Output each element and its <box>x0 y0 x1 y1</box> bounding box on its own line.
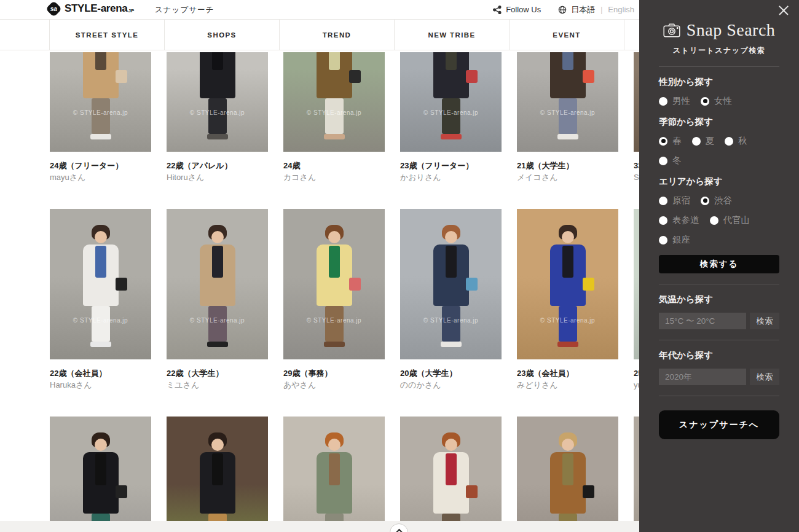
snap-photo[interactable]: © STYLE-arena.jp <box>517 52 618 152</box>
person-figure <box>283 52 385 152</box>
snap-photo[interactable]: © STYLE-arena.jp <box>167 417 268 532</box>
figure-legs <box>442 306 460 342</box>
photo-scene: © STYLE-arena.jp <box>167 52 268 152</box>
radio-option-男性[interactable]: 男性 <box>659 95 690 107</box>
year-input[interactable] <box>659 369 746 385</box>
snap-grid-row-3: © STYLE-arena.jp© STYLE-arena.jp© STYLE-… <box>50 417 735 532</box>
logo-suffix: JP <box>128 8 135 14</box>
snap-photo[interactable]: © STYLE-arena.jp <box>283 417 385 532</box>
photo-scene: © STYLE-arena.jp <box>167 417 268 532</box>
snap-photo[interactable]: © STYLE-arena.jp <box>167 209 268 359</box>
snap-caption: 20歳（大学生）ののかさん <box>400 367 502 391</box>
snap-card[interactable]: © STYLE-arena.jp <box>50 417 151 532</box>
snap-card[interactable]: © STYLE-arena.jp24歳カコさん <box>283 52 385 183</box>
snap-photo[interactable]: © STYLE-arena.jp <box>167 52 268 152</box>
figure-inner <box>95 453 106 485</box>
snap-caption: 22歳（大学生）ミユさん <box>167 367 268 391</box>
snap-card[interactable]: © STYLE-arena.jp <box>517 417 618 532</box>
snap-photo[interactable]: © STYLE-arena.jp <box>283 52 385 152</box>
language-en-link[interactable]: English <box>608 5 634 14</box>
follow-us-link[interactable]: Follow Us <box>493 5 541 14</box>
figure-head <box>211 439 224 451</box>
radio-option-銀座[interactable]: 銀座 <box>659 234 690 246</box>
snap-photo[interactable]: © STYLE-arena.jp <box>400 209 502 359</box>
snap-photo[interactable]: © STYLE-arena.jp <box>400 417 502 532</box>
photo-watermark: © STYLE-arena.jp <box>167 109 268 116</box>
radio-label: 代官山 <box>723 214 750 226</box>
panel-title: Snap Search <box>659 20 779 40</box>
photo-scene: © STYLE-arena.jp <box>50 417 151 532</box>
radio-option-原宿[interactable]: 原宿 <box>659 195 690 206</box>
snap-card[interactable]: © STYLE-arena.jp23歳（会社員）みどりさん <box>517 209 618 391</box>
snap-photo[interactable]: © STYLE-arena.jp <box>517 209 618 359</box>
figure-inner <box>212 52 223 70</box>
filter-sections: 性別から探す男性女性季節から探す春夏秋冬エリアから探す原宿渋谷表参道代官山銀座 <box>659 76 779 246</box>
radio-option-夏[interactable]: 夏 <box>692 135 715 147</box>
chevron-up-icon[interactable] <box>390 523 408 532</box>
year-search-button[interactable]: 検索 <box>750 369 779 385</box>
nav-tab-shops[interactable]: SHOPS <box>165 20 280 50</box>
figure-inner <box>329 246 340 278</box>
snap-caption: 24歳カコさん <box>283 160 385 183</box>
nav-tab-street-style[interactable]: STREET STYLE <box>50 20 165 50</box>
snap-photo[interactable]: © STYLE-arena.jp <box>50 52 151 152</box>
radio-option-秋[interactable]: 秋 <box>725 135 747 147</box>
snap-photo[interactable]: © STYLE-arena.jp <box>50 209 151 359</box>
radio-unselected-icon <box>659 97 667 106</box>
snap-card[interactable]: © STYLE-arena.jp24歳（フリーター）mayuさん <box>50 52 151 183</box>
radio-label: 銀座 <box>672 234 690 246</box>
snap-photo[interactable]: © STYLE-arena.jp <box>517 417 618 532</box>
snap-card[interactable]: © STYLE-arena.jp22歳（アパレル）Hitoruさん <box>167 52 268 183</box>
camera-icon <box>663 23 680 37</box>
radio-label: 男性 <box>672 95 690 107</box>
divider <box>659 396 779 396</box>
radio-option-女性[interactable]: 女性 <box>701 95 732 107</box>
snap-search-link-button[interactable]: スナップサーチへ <box>659 410 779 439</box>
caption-age: 21歳（大学生） <box>517 160 618 171</box>
snap-photo[interactable]: © STYLE-arena.jp <box>283 209 385 359</box>
figure-bag <box>583 485 594 498</box>
year-filter-heading: 年代から探す <box>659 350 779 361</box>
logo-text: STYLE-arena <box>65 2 128 15</box>
radio-option-表参道[interactable]: 表参道 <box>659 214 699 226</box>
caption-age: 22歳（アパレル） <box>167 160 268 171</box>
snap-photo[interactable]: © STYLE-arena.jp <box>50 417 151 532</box>
radio-option-渋谷[interactable]: 渋谷 <box>701 195 732 206</box>
snap-card[interactable]: © STYLE-arena.jp <box>167 417 268 532</box>
photo-scene: © STYLE-arena.jp <box>517 417 618 532</box>
radio-option-春[interactable]: 春 <box>659 135 682 147</box>
caption-name: Harukaさん <box>50 379 151 391</box>
person-figure <box>283 209 385 359</box>
site-logo[interactable]: sa STYLE-arena JP <box>48 2 134 15</box>
snap-card[interactable]: © STYLE-arena.jp23歳（フリーター）かおりさん <box>400 52 502 183</box>
person-figure <box>283 417 385 532</box>
snap-card[interactable]: © STYLE-arena.jp20歳（大学生）ののかさん <box>400 209 502 391</box>
snap-photo[interactable]: © STYLE-arena.jp <box>400 52 502 152</box>
caption-age: 24歳（フリーター） <box>50 160 151 171</box>
radio-label: 冬 <box>672 155 682 166</box>
figure-head <box>95 231 107 243</box>
language-ja-link[interactable]: 日本語 <box>558 4 595 15</box>
figure-head <box>562 231 574 243</box>
caption-age: 20歳（大学生） <box>400 367 502 379</box>
figure-inner <box>446 52 457 70</box>
snap-card[interactable]: © STYLE-arena.jp <box>283 417 385 532</box>
close-icon[interactable] <box>776 3 791 18</box>
figure-head <box>95 439 107 451</box>
nav-tab-event[interactable]: EVENT <box>510 20 624 50</box>
snap-card[interactable]: © STYLE-arena.jp <box>400 417 502 532</box>
snap-card[interactable]: © STYLE-arena.jp29歳（事務）あやさん <box>283 209 385 391</box>
temperature-input[interactable] <box>659 313 746 329</box>
search-button[interactable]: 検索する <box>659 255 779 273</box>
caption-name: ののかさん <box>400 379 502 391</box>
caption-name: みどりさん <box>517 379 618 391</box>
radio-option-代官山[interactable]: 代官山 <box>710 214 750 226</box>
snap-card[interactable]: © STYLE-arena.jp22歳（大学生）ミユさん <box>167 209 268 391</box>
panel-subtitle: ストリートスナップ検索 <box>659 45 779 56</box>
nav-tab-new-tribe[interactable]: NEW TRIBE <box>395 20 510 50</box>
snap-card[interactable]: © STYLE-arena.jp21歳（大学生）メイコさん <box>517 52 618 183</box>
nav-tab-trend[interactable]: TREND <box>280 20 395 50</box>
snap-card[interactable]: © STYLE-arena.jp22歳（会社員）Harukaさん <box>50 209 151 391</box>
radio-option-冬[interactable]: 冬 <box>659 155 682 166</box>
temperature-search-button[interactable]: 検索 <box>750 313 779 329</box>
